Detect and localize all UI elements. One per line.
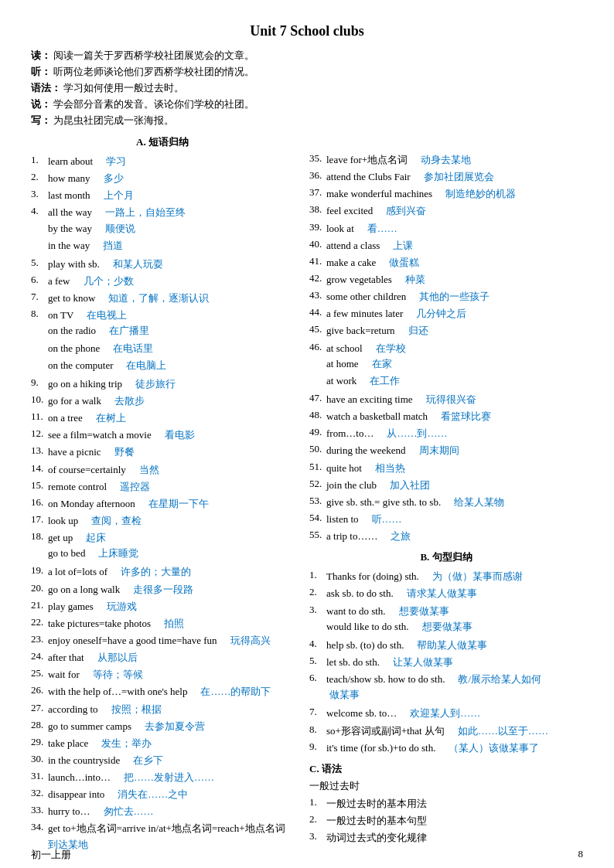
right-vocab-list: 35. leave for+地点名词 动身去某地 36. attend the … xyxy=(309,152,583,544)
list-item: 3. 动词过去式的变化规律 xyxy=(309,830,583,846)
intro-text-4: 学会部分音素的发音。谈论你们学校的社团。 xyxy=(53,98,254,110)
list-item: 10. go for a walk 去散步 xyxy=(31,393,294,409)
page-title: Unit 7 School clubs xyxy=(31,23,583,39)
intro-text-5: 为昆虫社团完成一张海报。 xyxy=(53,114,174,126)
list-item: 8. so+形容词或副词+that 从句 如此……以至于…… xyxy=(309,723,583,739)
list-item: 20. go on a long walk 走很多一段路 xyxy=(31,582,294,597)
list-item: 4. help sb. (to) do sth. 帮助某人做某事 xyxy=(309,638,583,653)
intro-label-1: 读： xyxy=(31,49,51,61)
list-item: 23. enjoy oneself=have a good time=have … xyxy=(31,633,294,648)
intro-line-1: 读： 阅读一篇关于罗西桥学校社团展览会的文章。 xyxy=(31,49,583,63)
list-item: 1. Thanks for (doing) sth. 为（做）某事而感谢 xyxy=(309,569,583,584)
list-item: 25. wait for 等待；等候 xyxy=(31,667,294,682)
intro-line-2: 听： 听两位老师谈论他们罗西桥学校社团的情况。 xyxy=(31,65,583,79)
footer: 初一上册 8 xyxy=(31,848,583,862)
intro-section: 读： 阅读一篇关于罗西桥学校社团展览会的文章。 听： 听两位老师谈论他们罗西桥学… xyxy=(31,49,583,128)
list-item: 52. join the club 加入社团 xyxy=(309,478,583,493)
list-item: 44. a few minutes later 几分钟之后 xyxy=(309,306,583,322)
list-item: 51. quite hot 相当热 xyxy=(309,461,583,476)
list-item: 47. have an exciting time 玩得很兴奋 xyxy=(309,392,583,407)
list-item: 3. want to do sth. 想要做某事 would like to d… xyxy=(309,604,583,636)
list-item: 41. make a cake 做蛋糕 xyxy=(309,255,583,271)
list-item: 22. take pictures=take photos 拍照 xyxy=(31,616,294,631)
list-item: 14. of course=certainly 当然 xyxy=(31,462,294,478)
section-a-right-title xyxy=(309,135,583,148)
section-c-grammar-title: 一般过去时 xyxy=(309,779,583,793)
intro-text-3: 学习如何使用一般过去时。 xyxy=(63,82,184,94)
list-item: 8. on TV 在电视上 on the radio 在广播里 on the p… xyxy=(31,308,294,375)
list-item: 7. get to know 知道，了解，逐渐认识 xyxy=(31,291,294,306)
intro-line-4: 说： 学会部分音素的发音。谈论你们学校的社团。 xyxy=(31,97,583,111)
list-item: 49. from…to… 从……到…… xyxy=(309,426,583,441)
list-item: 48. watch a basketball match 看篮球比赛 xyxy=(309,409,583,424)
list-item: 43. some other children 其他的一些孩子 xyxy=(309,289,583,305)
list-item: 35. leave for+地点名词 动身去某地 xyxy=(309,152,583,168)
list-item: 53. give sb. sth.= give sth. to sb. 给某人某… xyxy=(309,495,583,510)
list-item: 45. give back=return 归还 xyxy=(309,323,583,339)
list-item: 1. learn about 学习 xyxy=(31,154,294,169)
right-column: 35. leave for+地点名词 动身去某地 36. attend the … xyxy=(294,135,583,854)
list-item: 24. after that 从那以后 xyxy=(31,650,294,665)
list-item: 2. ask sb. to do sth. 请求某人做某事 xyxy=(309,586,583,601)
intro-label-5: 写： xyxy=(31,114,51,126)
list-item: 9. go on a hiking trip 徒步旅行 xyxy=(31,376,294,392)
section-b-list: 1. Thanks for (doing) sth. 为（做）某事而感谢 2. … xyxy=(309,569,583,756)
list-item: 30. in the countryside 在乡下 xyxy=(31,753,294,768)
list-item: 39. look at 看…… xyxy=(309,221,583,237)
list-item: 5. play with sb. 和某人玩耍 xyxy=(31,257,294,272)
list-item: 13. have a picnic 野餐 xyxy=(31,444,294,460)
list-item: 17. look up 查阅，查检 xyxy=(31,513,294,529)
list-item: 2. how many 多少 xyxy=(31,171,294,186)
list-item: 50. during the weekend 周末期间 xyxy=(309,443,583,458)
footer-left: 初一上册 xyxy=(31,848,71,862)
intro-line-3: 语法： 学习如何使用一般过去时。 xyxy=(31,81,583,95)
section-b-title: B. 句型归纳 xyxy=(309,550,583,564)
list-item: 37. make wonderful machines 制造绝妙的机器 xyxy=(309,186,583,202)
left-column: A. 短语归纳 1. learn about 学习 2. how many 多少… xyxy=(31,135,294,854)
list-item: 12. see a film=watch a movie 看电影 xyxy=(31,427,294,443)
list-item: 28. go to summer camps 去参加夏令营 xyxy=(31,719,294,734)
intro-label-4: 说： xyxy=(31,98,51,110)
intro-text-2: 听两位老师谈论他们罗西桥学校社团的情况。 xyxy=(53,66,254,77)
section-c-title: C. 语法 xyxy=(309,762,583,776)
list-item: 18. get up 起床 go to bed 上床睡觉 xyxy=(31,530,294,563)
list-item: 46. at school 在学校 at home 在家 at work 在工作 xyxy=(309,341,583,390)
list-item: 19. a lot of=lots of 许多的；大量的 xyxy=(31,564,294,580)
list-item: 11. on a tree 在树上 xyxy=(31,410,294,426)
list-item: 32. disappear into 消失在……之中 xyxy=(31,787,294,802)
list-item: 31. launch…into… 把……发射进入…… xyxy=(31,770,294,785)
list-item: 6. teach/show sb. how to do sth. 教/展示给某人… xyxy=(309,672,583,704)
list-item: 4. all the way 一路上，自始至终 by the way 顺便说 i… xyxy=(31,205,294,254)
list-item: 54. listen to 听…… xyxy=(309,512,583,527)
list-item: 3. last month 上个月 xyxy=(31,188,294,203)
list-item: 27. according to 按照；根据 xyxy=(31,702,294,717)
list-item: 6. a few 几个；少数 xyxy=(31,274,294,289)
intro-text-1: 阅读一篇关于罗西桥学校社团展览会的文章。 xyxy=(53,49,254,61)
content-area: A. 短语归纳 1. learn about 学习 2. how many 多少… xyxy=(31,135,583,854)
list-item: 1. 一般过去时的基本用法 xyxy=(309,796,583,812)
intro-line-5: 写： 为昆虫社团完成一张海报。 xyxy=(31,114,583,128)
list-item: 29. take place 发生；举办 xyxy=(31,736,294,751)
intro-label-3: 语法： xyxy=(31,82,61,94)
list-item: 42. grow vegetables 种菜 xyxy=(309,272,583,288)
list-item: 38. feel excited 感到兴奋 xyxy=(309,203,583,219)
list-item: 26. with the help of…=with one's help 在…… xyxy=(31,684,294,700)
list-item: 33. hurry to… 匆忙去…… xyxy=(31,804,294,819)
section-a-title: A. 短语归纳 xyxy=(31,135,294,149)
section-c-list: 1. 一般过去时的基本用法 2. 一般过去时的基本句型 3. 动词过去式的变化规… xyxy=(309,796,583,846)
list-item: 15. remote control 遥控器 xyxy=(31,479,294,495)
list-item: 2. 一般过去时的基本句型 xyxy=(309,813,583,829)
list-item: 40. attend a class 上课 xyxy=(309,238,583,254)
left-vocab-list: 1. learn about 学习 2. how many 多少 3. last… xyxy=(31,154,294,853)
list-item: 36. attend the Clubs Fair 参加社团展览会 xyxy=(309,169,583,185)
list-item: 7. welcome sb. to… 欢迎某人到…… xyxy=(309,706,583,721)
list-item: 9. it's time (for sb.)+to do sth. （某人）该做… xyxy=(309,740,583,756)
list-item: 55. a trip to…… 之旅 xyxy=(309,529,583,544)
list-item: 5. let sb. do sth. 让某人做某事 xyxy=(309,655,583,670)
list-item: 21. play games 玩游戏 xyxy=(31,599,294,614)
intro-label-2: 听： xyxy=(31,66,51,77)
list-item: 16. on Monday afternoon 在星期一下午 xyxy=(31,496,294,512)
footer-right: 8 xyxy=(578,848,584,862)
